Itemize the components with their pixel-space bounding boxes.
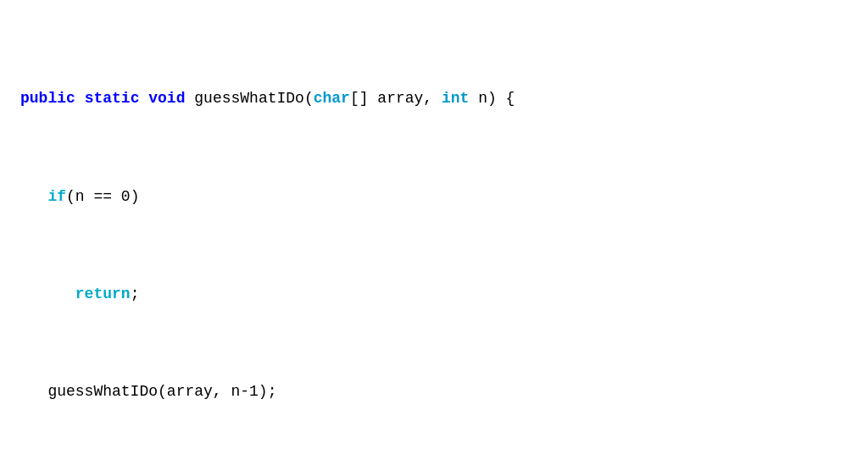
- keyword-static: static: [85, 90, 140, 107]
- keyword-if-1: if: [47, 188, 66, 205]
- keyword-return: return: [75, 285, 131, 302]
- code-line-3: return;: [20, 282, 848, 307]
- type-char: char: [314, 90, 350, 107]
- keyword-void: void: [148, 90, 185, 107]
- code-line-4: guessWhatIDo(array, n-1);: [20, 380, 848, 404]
- method-name: guessWhatIDo(: [194, 90, 313, 107]
- type-int-1: int: [442, 90, 469, 107]
- code-block: public static void guessWhatIDo(char[] a…: [20, 14, 848, 449]
- code-line-2: if(n == 0): [20, 185, 848, 209]
- keyword-public: public: [20, 90, 75, 107]
- code-line-1: public static void guessWhatIDo(char[] a…: [20, 86, 848, 111]
